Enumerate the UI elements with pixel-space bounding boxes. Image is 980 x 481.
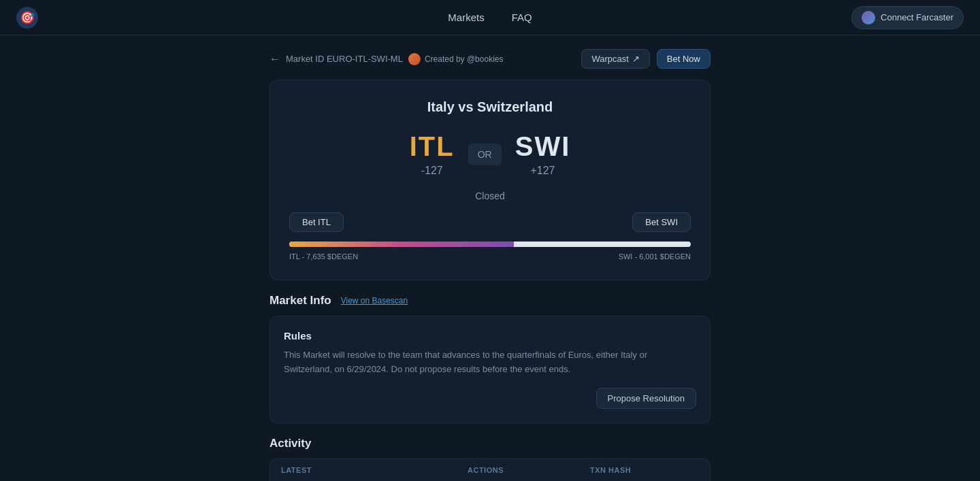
rules-title: Rules <box>284 330 696 342</box>
bet-itl-button[interactable]: Bet ITL <box>289 212 344 232</box>
or-badge: OR <box>468 144 502 165</box>
nav-faq[interactable]: FAQ <box>512 12 532 23</box>
col-latest: Latest <box>281 466 468 474</box>
connect-label: Connect Farcaster <box>881 12 953 22</box>
progress-bar-fill <box>289 242 514 247</box>
market-info-title: Market Info <box>270 294 331 308</box>
col-hash: TXN Hash <box>590 466 699 474</box>
warpcast-label: Warpcast <box>591 54 628 64</box>
rules-text: This Market will resolve to the team tha… <box>284 348 696 377</box>
activity-table: Latest Actions TXN Hash 7 hours ago 🐲 @a… <box>270 459 710 481</box>
progress-labels: ITL - 7,635 $DEGEN SWI - 6,001 $DEGEN <box>289 252 691 261</box>
navbar: 🎯 Markets FAQ Connect Farcaster <box>0 0 980 35</box>
created-by: Created by @bookies <box>425 54 504 64</box>
propose-resolution-button[interactable]: Propose Resolution <box>596 388 696 409</box>
avatar <box>862 11 875 24</box>
market-id-label: Market ID EURO-ITL-SWI-ML <box>286 54 403 64</box>
activity-title: Activity <box>270 437 710 450</box>
rules-card: Rules This Market will resolve to the te… <box>270 316 710 423</box>
nav-markets[interactable]: Markets <box>448 12 484 23</box>
back-icon[interactable]: ← <box>270 53 280 65</box>
external-link-icon: ↗ <box>632 54 640 64</box>
market-status: Closed <box>289 190 691 201</box>
market-info-header: Market Info View on Basescan <box>270 294 710 308</box>
itl-label: ITL - 7,635 $DEGEN <box>289 252 358 261</box>
team-swi-name: SWI <box>515 131 571 162</box>
market-actions: Bet ITL Bet SWI <box>289 212 691 232</box>
connect-farcaster-button[interactable]: Connect Farcaster <box>851 6 964 29</box>
market-odds: ITL -127 OR SWI +127 <box>289 131 691 177</box>
basescan-link[interactable]: View on Basescan <box>341 296 408 305</box>
team-itl-odds: -127 <box>410 165 455 177</box>
team-swi-odds: +127 <box>515 165 571 177</box>
warpcast-button[interactable]: Warpcast ↗ <box>581 49 649 69</box>
team-itl-name: ITL <box>410 131 455 162</box>
logo-icon: 🎯 <box>16 7 38 29</box>
team-swi-block: SWI +127 <box>515 131 571 177</box>
bet-swi-button[interactable]: Bet SWI <box>632 212 691 232</box>
swi-label: SWI - 6,001 $DEGEN <box>619 252 691 261</box>
market-title: Italy vs Switzerland <box>289 99 691 115</box>
market-card: Italy vs Switzerland ITL -127 OR SWI +12… <box>270 80 710 280</box>
breadcrumb: ← Market ID EURO-ITL-SWI-ML Created by @… <box>270 49 710 69</box>
col-actions: Actions <box>468 466 590 474</box>
progress-bar-wrap <box>289 242 691 247</box>
creator-avatar <box>408 53 421 65</box>
bet-now-button[interactable]: Bet Now <box>657 49 710 69</box>
activity-table-header: Latest Actions TXN Hash <box>270 459 710 481</box>
team-itl-block: ITL -127 <box>410 131 455 177</box>
